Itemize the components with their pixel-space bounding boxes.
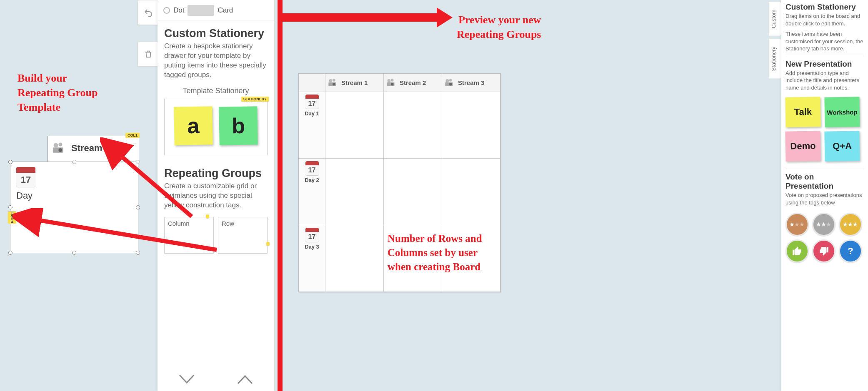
tag-col: COL1 [125, 133, 140, 138]
panel-toolstrip [138, 0, 158, 67]
rg-prototype-row: Column Row [158, 215, 274, 254]
color-swatch[interactable] [188, 5, 214, 16]
grid-column-label: Stream 2 [400, 79, 426, 86]
sticky-demo[interactable]: Demo [785, 131, 820, 162]
builder-area: Build your Repeating Group Template COL1… [0, 0, 279, 391]
template-stationery-box[interactable]: STATIONERY a b [164, 99, 268, 155]
resize-handle[interactable] [136, 205, 140, 209]
svg-point-13 [391, 83, 394, 86]
radio-dot[interactable] [163, 7, 170, 14]
grid-row-header: 17 Day 3 [299, 225, 325, 292]
right-np-desc: Add presentation type and include the ti… [785, 70, 864, 92]
drawer-nav-arrows [158, 373, 274, 388]
resize-handle[interactable] [8, 251, 13, 255]
svg-point-18 [446, 79, 449, 82]
sticky-talk[interactable]: Talk [785, 97, 820, 127]
vote-three-star[interactable]: ★★★ [839, 213, 862, 236]
grid-row-label: Day 1 [305, 110, 319, 117]
vote-help[interactable]: ? [839, 239, 862, 263]
resize-handle[interactable] [136, 251, 140, 255]
right-vote-heading: Vote on Presentation [785, 172, 864, 191]
grid-column-header: Stream 1 [325, 74, 384, 92]
grid-corner [299, 74, 325, 92]
chevron-down-icon[interactable] [176, 373, 197, 388]
grid-column-header: Stream 2 [384, 74, 442, 92]
sticky-note-b[interactable]: b [219, 106, 258, 145]
annotation-build-template: Build your Repeating Group Template [18, 71, 98, 115]
template-row-group[interactable]: ROW1 17 Day [10, 162, 138, 253]
sticky-workshop[interactable]: Workshop [824, 97, 860, 127]
calendar-icon: 17 [305, 228, 319, 242]
grid-column-label: Stream 1 [341, 79, 368, 86]
tag-stationery: STATIONERY [241, 97, 269, 102]
resize-handle[interactable] [136, 160, 140, 164]
right-panel: Custom Stationery Drag items on to the b… [781, 0, 868, 391]
rg-column-label: Column [168, 220, 190, 227]
svg-point-9 [333, 83, 335, 86]
grid-cell[interactable] [384, 92, 442, 159]
rg-column-prototype[interactable]: Column [164, 217, 214, 254]
svg-point-1 [58, 148, 62, 152]
stationery-drawer: Dot Card Custom Stationery Create a besp… [158, 0, 274, 391]
drawer-rg-desc: Create a customizable grid or swimlanes … [158, 182, 274, 215]
annotation-divider [278, 0, 283, 391]
vote-buttons: ★★★ ★★★ ★★★ ? [785, 209, 864, 263]
template-column-group[interactable]: COL1 Stream [48, 136, 139, 162]
divider-line [785, 56, 864, 56]
grid-cell[interactable] [384, 159, 442, 225]
projector-icon [52, 142, 67, 154]
vote-thumbs-up[interactable] [785, 239, 809, 263]
grid-cell[interactable] [442, 159, 500, 225]
sticky-qa[interactable]: Q+A [824, 131, 860, 162]
rg-row-prototype[interactable]: Row [218, 217, 268, 254]
tab-custom[interactable]: Custom [769, 2, 781, 36]
resize-handle[interactable] [8, 205, 13, 209]
tag-pill-icon [266, 242, 270, 246]
grid-cell[interactable] [325, 92, 384, 159]
svg-point-11 [333, 79, 335, 82]
grid-column-header: Stream 3 [442, 74, 500, 92]
drawer-stationery-desc: Create a bespoke stationery drawer for y… [158, 42, 274, 85]
right-cs-desc2: These items have been customised for you… [785, 30, 864, 52]
divider-line [785, 169, 864, 169]
tab-stationery[interactable]: Stationery [769, 39, 781, 79]
calendar-icon: 17 [16, 167, 35, 187]
grid-cell[interactable] [325, 159, 384, 225]
projector-icon [445, 78, 455, 87]
undo-button[interactable] [138, 0, 158, 25]
svg-point-19 [449, 79, 452, 82]
side-tabs: Custom Stationery [769, 2, 781, 81]
svg-point-10 [329, 79, 333, 82]
right-vote-desc: Vote on proposed presentations using the… [785, 192, 864, 206]
resize-handle[interactable] [8, 160, 13, 164]
grid-row-label: Day 3 [305, 244, 319, 250]
calendar-icon: 17 [305, 95, 319, 109]
annotation-rows-cols: Number of Rows and Columns set by user w… [388, 232, 482, 274]
resize-handle[interactable] [72, 251, 76, 255]
annotation-preview: Preview your new Repeating Groups [457, 12, 541, 42]
presentation-sticky-row: Talk Workshop Demo Q+A [785, 95, 864, 167]
template-row-label: Day [16, 190, 35, 201]
radio-dot-label: Dot [173, 6, 184, 15]
grid-cell[interactable] [442, 92, 500, 159]
grid-row-header: 17 Day 1 [299, 92, 325, 159]
svg-point-2 [54, 143, 58, 147]
grid-row-header: 17 Day 2 [299, 159, 325, 225]
svg-point-17 [449, 83, 452, 86]
vote-one-star[interactable]: ★★★ [785, 213, 809, 236]
vote-two-star[interactable]: ★★★ [812, 213, 835, 236]
chevron-up-icon[interactable] [235, 373, 255, 388]
trash-button[interactable] [138, 42, 158, 67]
resize-handle[interactable] [72, 160, 76, 164]
right-cs-heading: Custom Stationery [785, 2, 864, 12]
svg-point-14 [388, 79, 391, 82]
shape-radio-row: Dot Card [158, 2, 274, 20]
annotation-arrow-right [282, 10, 453, 25]
sticky-note-a[interactable]: a [174, 106, 213, 145]
tag-pill-icon [206, 214, 209, 218]
radio-card-label: Card [218, 6, 233, 15]
right-np-heading: New Presentation [785, 60, 864, 69]
grid-cell[interactable] [325, 225, 384, 292]
drawer-rg-heading: Repeating Groups [158, 160, 274, 182]
vote-thumbs-down[interactable] [812, 239, 835, 263]
